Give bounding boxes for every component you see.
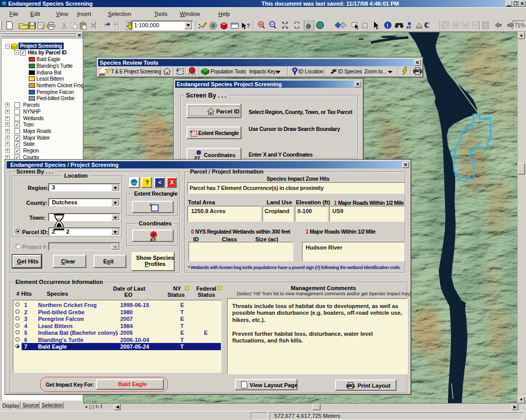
svg-text:?: ? — [247, 23, 250, 29]
svg-text:XY: XY — [406, 26, 411, 29]
svg-text:i: i — [387, 23, 388, 28]
svg-text:XY: XY — [150, 237, 156, 242]
